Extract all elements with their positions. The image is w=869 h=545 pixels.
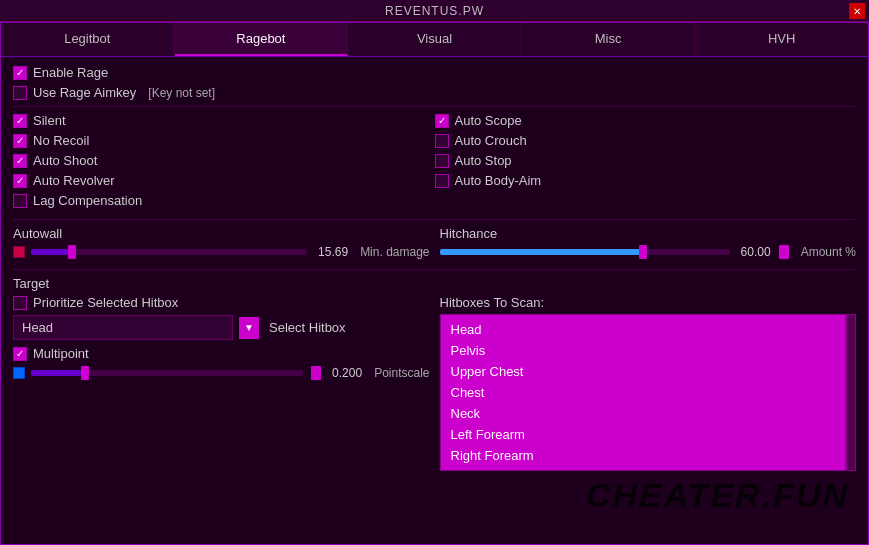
tab-bar: Legitbot Ragebot Visual Misc HVH [1,23,868,57]
auto-crouch-checkbox[interactable] [435,134,449,148]
tab-misc[interactable]: Misc [522,23,696,56]
use-rage-aimkey-row: Use Rage Aimkey [Key not set] [13,85,856,100]
auto-scope-checkbox[interactable] [435,114,449,128]
multipoint-row: Multipoint [13,346,430,361]
hitboxes-scrollbar[interactable] [846,314,856,471]
no-recoil-label: No Recoil [33,133,89,148]
auto-body-aim-checkbox[interactable] [435,174,449,188]
lag-compensation-label: Lag Compensation [33,193,142,208]
select-hitbox-label: Select Hitbox [269,320,346,335]
hitbox-item-right-forearm[interactable]: Right Forearm [441,445,846,466]
hitbox-dropdown-arrow[interactable]: ▼ [239,317,259,339]
lag-compensation-checkbox[interactable] [13,194,27,208]
hitboxes-right: Hitboxes To Scan: Head Pelvis Upper Ches… [440,295,857,471]
auto-stop-row: Auto Stop [435,153,857,168]
enable-rage-checkbox[interactable] [13,66,27,80]
silent-checkbox[interactable] [13,114,27,128]
pointscale-slider-track[interactable] [31,370,303,376]
target-columns: Prioritize Selected Hitbox Head ▼ Select… [13,295,856,471]
right-col: Auto Scope Auto Crouch Auto Stop Auto Bo… [435,113,857,213]
pointscale-color-indicator[interactable] [311,366,321,380]
auto-revolver-row: Auto Revolver [13,173,435,188]
autowall-color-box[interactable] [13,246,25,258]
hitchance-slider-fill [440,249,643,255]
prioritize-hitbox-checkbox[interactable] [13,296,27,310]
hitbox-display[interactable]: Head [13,315,233,340]
hitbox-item-head[interactable]: Head [441,319,846,340]
multipoint-checkbox[interactable] [13,347,27,361]
hitchance-slider-thumb[interactable] [639,245,647,259]
main-window: Legitbot Ragebot Visual Misc HVH Enable … [0,22,869,545]
close-button[interactable]: ✕ [849,3,865,19]
autowall-slider-row: 15.69 Min. damage [13,245,430,259]
hitchance-title: Hitchance [440,226,857,241]
separator-2 [13,219,856,220]
separator-3 [13,269,856,270]
enable-rage-row: Enable Rage [13,65,856,80]
pointscale-slider-thumb[interactable] [81,366,89,380]
autowall-slider-fill [31,249,72,255]
hitbox-item-upper-chest[interactable]: Upper Chest [441,361,846,382]
use-rage-aimkey-label: Use Rage Aimkey [33,85,136,100]
tab-hvh[interactable]: HVH [695,23,868,56]
target-title: Target [13,276,856,291]
hitbox-item-chest[interactable]: Chest [441,382,846,403]
prioritize-selected-hitbox-row: Prioritize Selected Hitbox [13,295,430,310]
separator-1 [13,106,856,107]
lag-compensation-row: Lag Compensation [13,193,435,208]
autowall-min-damage-label: Min. damage [360,245,429,259]
auto-stop-checkbox[interactable] [435,154,449,168]
auto-body-aim-row: Auto Body-Aim [435,173,857,188]
tab-ragebot[interactable]: Ragebot [175,23,349,56]
enable-rage-label: Enable Rage [33,65,108,80]
hitchance-slider-track[interactable] [440,249,730,255]
hitbox-item-left-forearm[interactable]: Left Forearm [441,424,846,445]
pointscale-label: Pointscale [374,366,429,380]
title-bar: REVENTUS.PW ✕ [0,0,869,22]
hitchance-section: Hitchance 60.00 Amount % [440,226,857,263]
pointscale-slider-fill [31,370,85,376]
hitboxes-panel: Head Pelvis Upper Chest Chest Neck Left … [440,314,847,471]
options-columns: Silent No Recoil Auto Shoot Auto Revolve… [13,113,856,213]
autowall-value: 15.69 [313,245,348,259]
autowall-slider-track[interactable] [31,249,307,255]
ragebot-content: Enable Rage Use Rage Aimkey [Key not set… [1,57,868,544]
auto-crouch-row: Auto Crouch [435,133,857,148]
pointscale-value: 0.200 [327,366,362,380]
auto-crouch-label: Auto Crouch [455,133,527,148]
hitboxes-list-container: Head Pelvis Upper Chest Chest Neck Left … [440,314,857,471]
silent-row: Silent [13,113,435,128]
target-section: Target Prioritize Selected Hitbox Head ▼… [13,276,856,471]
pointscale-color-box[interactable] [13,367,25,379]
hitchance-value: 60.00 [736,245,771,259]
multipoint-label: Multipoint [33,346,89,361]
prioritize-hitbox-label: Prioritize Selected Hitbox [33,295,178,310]
no-recoil-checkbox[interactable] [13,134,27,148]
pointscale-row: 0.200 Pointscale [13,366,430,380]
hitchance-color-indicator[interactable] [779,245,789,259]
tab-legitbot[interactable]: Legitbot [1,23,175,56]
use-rage-aimkey-checkbox[interactable] [13,86,27,100]
auto-scope-row: Auto Scope [435,113,857,128]
target-left: Prioritize Selected Hitbox Head ▼ Select… [13,295,440,471]
auto-shoot-row: Auto Shoot [13,153,435,168]
auto-shoot-checkbox[interactable] [13,154,27,168]
hitboxes-title: Hitboxes To Scan: [440,295,857,310]
sliders-row: Autowall 15.69 Min. damage Hitchance [13,226,856,263]
hitbox-item-pelvis[interactable]: Pelvis [441,340,846,361]
autowall-title: Autowall [13,226,430,241]
hitchance-slider-row: 60.00 Amount % [440,245,857,259]
hitbox-item-neck[interactable]: Neck [441,403,846,424]
auto-shoot-label: Auto Shoot [33,153,97,168]
app-title: REVENTUS.PW [385,4,484,18]
tab-visual[interactable]: Visual [348,23,522,56]
auto-revolver-checkbox[interactable] [13,174,27,188]
auto-stop-label: Auto Stop [455,153,512,168]
aimkey-key-label[interactable]: [Key not set] [148,86,215,100]
hitbox-select-row: Head ▼ Select Hitbox [13,315,430,340]
no-recoil-row: No Recoil [13,133,435,148]
hitchance-amount-label: Amount % [801,245,856,259]
autowall-slider-thumb[interactable] [68,245,76,259]
auto-body-aim-label: Auto Body-Aim [455,173,542,188]
left-col: Silent No Recoil Auto Shoot Auto Revolve… [13,113,435,213]
